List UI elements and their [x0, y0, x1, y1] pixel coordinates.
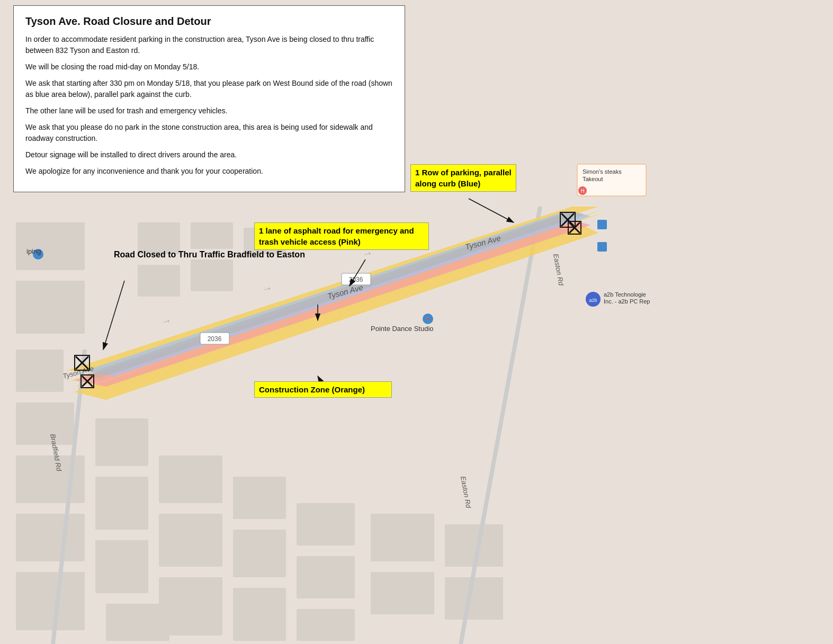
svg-text:iping: iping	[26, 247, 41, 255]
info-box: Tyson Ave. Road Closure and Detour In or…	[13, 5, 405, 192]
svg-text:Pointe Dance Studio: Pointe Dance Studio	[371, 325, 434, 333]
svg-rect-21	[371, 514, 434, 561]
svg-rect-9	[95, 477, 148, 530]
page-title: Tyson Ave. Road Closure and Detour	[25, 15, 393, 28]
parking-row-label: 1 Row of parking, parallel along curb (B…	[410, 164, 516, 192]
svg-text:H: H	[580, 188, 584, 194]
paragraph-3: We ask that starting after 330 pm on Mon…	[25, 78, 393, 100]
svg-text:Takeout: Takeout	[583, 176, 603, 182]
svg-rect-3	[16, 350, 64, 392]
svg-rect-13	[159, 514, 222, 567]
svg-rect-8	[95, 418, 148, 466]
svg-rect-2	[16, 281, 85, 334]
svg-rect-22	[371, 572, 434, 614]
svg-rect-17	[233, 588, 286, 641]
svg-text:a2b Technologie: a2b Technologie	[604, 291, 646, 298]
construction-zone-label: Construction Zone (Orange)	[254, 381, 392, 398]
svg-rect-12	[159, 455, 222, 503]
svg-rect-27	[138, 265, 180, 297]
svg-rect-6	[16, 514, 85, 561]
svg-rect-16	[233, 530, 286, 577]
svg-text:Inc. - a2b PC Rep: Inc. - a2b PC Rep	[604, 298, 650, 305]
svg-rect-7	[16, 572, 85, 630]
svg-rect-57	[597, 220, 607, 229]
svg-rect-19	[297, 556, 355, 598]
paragraph-7: We apologize for any inconvenience and t…	[25, 166, 393, 177]
svg-rect-18	[297, 503, 355, 545]
paragraph-6: Detour signage will be installed to dire…	[25, 149, 393, 160]
svg-text:Simon's steaks: Simon's steaks	[583, 168, 622, 175]
svg-rect-14	[159, 577, 222, 636]
svg-rect-4	[16, 402, 74, 445]
svg-text:2036: 2036	[349, 276, 363, 283]
svg-rect-1	[16, 222, 85, 270]
paragraph-2: We will be closing the road mid-day on M…	[25, 61, 393, 73]
svg-rect-20	[297, 609, 355, 641]
svg-rect-28	[191, 260, 233, 291]
svg-text:a2b: a2b	[589, 298, 597, 303]
asphalt-lane-label: 1 lane of asphalt road for emergency and…	[254, 222, 429, 250]
svg-rect-58	[597, 242, 607, 252]
svg-rect-24	[445, 577, 503, 620]
svg-rect-10	[95, 540, 148, 593]
road-closed-label: Road Closed to Thru Traffic Bradfield to…	[114, 249, 305, 261]
svg-rect-15	[233, 477, 286, 519]
paragraph-4: The other lane will be used for trash an…	[25, 105, 393, 117]
paragraph-5: We ask that you please do no park in the…	[25, 122, 393, 144]
svg-text:📍: 📍	[425, 317, 431, 322]
paragraph-1: In order to accommodate resident parking…	[25, 34, 393, 56]
svg-rect-26	[191, 222, 233, 249]
svg-text:2036: 2036	[208, 335, 222, 343]
